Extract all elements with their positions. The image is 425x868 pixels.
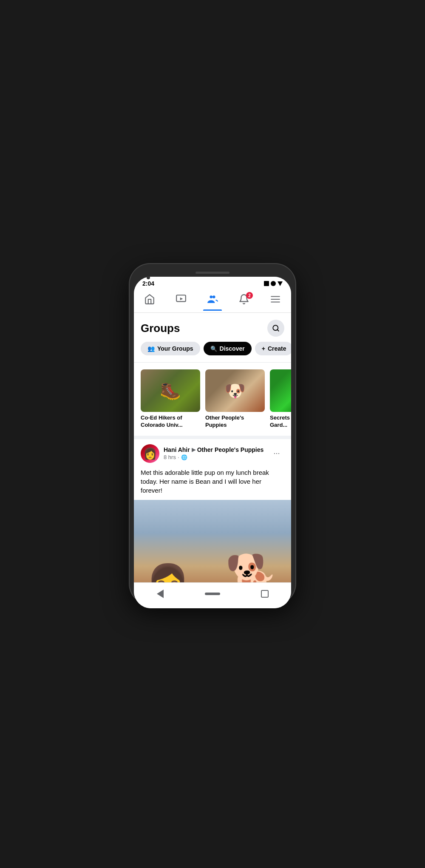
filter-your-groups[interactable]: 👥 Your Groups: [141, 342, 200, 355]
front-camera: [147, 276, 150, 279]
post-time: 8 hrs: [164, 454, 176, 460]
back-button[interactable]: [153, 586, 168, 601]
speaker-grille: [196, 272, 230, 274]
your-groups-label: Your Groups: [157, 345, 193, 352]
svg-point-2: [210, 295, 213, 298]
recents-button[interactable]: [257, 586, 272, 601]
back-icon: [157, 590, 164, 598]
battery-icon: [264, 281, 269, 286]
svg-point-3: [212, 295, 215, 298]
post-text: Met this adorable little pup on my lunch…: [134, 468, 291, 500]
group-card-hikers[interactable]: Co-Ed Hikers of Colorado Univ...: [141, 369, 200, 429]
main-content: Groups 👥 Your Groups 🔍 Discover: [134, 313, 291, 582]
post-meta: Hani Ahir ▶ Other People's Puppies 8 hrs…: [164, 446, 265, 460]
bottom-nav: [134, 582, 291, 608]
group-card-garden-name: Secrets to Seasonal Gard...: [270, 414, 291, 429]
group-card-hikers-name: Co-Ed Hikers of Colorado Univ...: [141, 414, 200, 429]
group-card-puppies-name: Other People's Puppies: [205, 414, 265, 429]
more-icon: ···: [273, 449, 280, 458]
nav-groups[interactable]: [197, 292, 228, 311]
post-image: [134, 500, 291, 582]
filter-row: 👥 Your Groups 🔍 Discover + Create: [134, 342, 291, 362]
nav-menu[interactable]: [260, 292, 291, 311]
status-icons: [264, 281, 283, 286]
create-icon: +: [262, 345, 265, 352]
post-author-line: Hani Ahir ▶ Other People's Puppies: [164, 446, 265, 453]
filter-discover[interactable]: 🔍 Discover: [204, 342, 252, 355]
menu-icon: [270, 294, 281, 307]
home-icon: [144, 294, 155, 307]
page-title: Groups: [141, 322, 180, 335]
group-card-hikers-image: [141, 369, 200, 412]
post-arrow: ▶: [192, 447, 196, 453]
group-card-puppies[interactable]: Other People's Puppies: [205, 369, 265, 429]
post-header: Hani Ahir ▶ Other People's Puppies 8 hrs…: [134, 439, 291, 468]
discover-label: Discover: [220, 345, 245, 352]
home-pill-icon: [205, 593, 220, 595]
post-more-button[interactable]: ···: [269, 446, 284, 461]
filter-create[interactable]: + Create: [255, 342, 291, 355]
post-privacy-icon: 🌐: [181, 454, 187, 460]
play-icon: [176, 294, 187, 307]
group-card-garden-image: [270, 369, 291, 412]
svg-line-8: [277, 329, 278, 331]
post-card: Hani Ahir ▶ Other People's Puppies 8 hrs…: [134, 439, 291, 582]
notification-badge: 2: [246, 292, 253, 299]
groups-icon: [207, 294, 218, 307]
groups-header: Groups: [134, 313, 291, 342]
nav-watch[interactable]: [165, 292, 197, 311]
nav-notifications[interactable]: 2: [228, 292, 260, 311]
post-time-line: 8 hrs · 🌐: [164, 454, 265, 460]
status-bar: 2:04: [134, 277, 291, 289]
groups-carousel: Co-Ed Hikers of Colorado Univ... Other P…: [141, 369, 291, 429]
search-button[interactable]: [267, 320, 284, 337]
post-group-name: Other People's Puppies: [197, 446, 264, 453]
your-groups-icon: 👥: [147, 345, 155, 352]
groups-carousel-section: Co-Ed Hikers of Colorado Univ... Other P…: [134, 363, 291, 436]
signal-icon: [271, 281, 276, 286]
discover-icon: 🔍: [210, 346, 217, 352]
home-button[interactable]: [205, 586, 220, 601]
nav-home[interactable]: [134, 292, 165, 311]
wifi-icon: [278, 281, 283, 286]
group-card-puppies-image: [205, 369, 265, 412]
recents-icon: [261, 590, 269, 598]
status-time: 2:04: [142, 280, 154, 287]
svg-marker-1: [180, 298, 183, 301]
group-card-garden[interactable]: Secrets to Seasonal Gard...: [270, 369, 291, 429]
create-label: Create: [268, 345, 286, 352]
post-author-name: Hani Ahir: [164, 446, 190, 453]
nav-bar: 2: [134, 289, 291, 313]
post-time-dot: ·: [178, 454, 179, 460]
post-avatar[interactable]: [141, 444, 159, 463]
